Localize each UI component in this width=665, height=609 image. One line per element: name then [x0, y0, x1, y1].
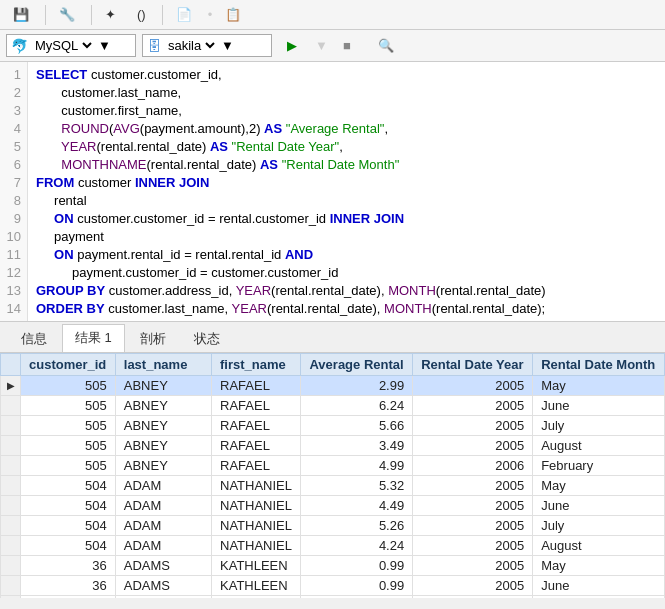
save-button[interactable]: 💾 — [6, 4, 39, 25]
cell-last-name: ABNEY — [115, 436, 211, 456]
cell-customer-id: 36 — [21, 556, 116, 576]
cell-avg-rental: 5.26 — [301, 516, 413, 536]
cell-last-name: ABNEY — [115, 376, 211, 396]
cell-customer-id: 505 — [21, 416, 116, 436]
cell-rental-month: June — [533, 396, 665, 416]
table-row[interactable]: 505ABNEYRAFAEL6.242005June — [1, 396, 665, 416]
table-row[interactable]: 36ADAMSKATHLEEN3.142005July — [1, 596, 665, 599]
cell-first-name: NATHANIEL — [212, 516, 301, 536]
table-row[interactable]: 505ABNEYRAFAEL3.492005August — [1, 436, 665, 456]
table-body: ▶505ABNEYRAFAEL2.992005May505ABNEYRAFAEL… — [1, 376, 665, 599]
table-header: customer_idlast_namefirst_nameAverage Re… — [1, 354, 665, 376]
table-row[interactable]: 504ADAMNATHANIEL4.492005June — [1, 496, 665, 516]
table-row[interactable]: 504ADAMNATHANIEL5.262005July — [1, 516, 665, 536]
cell-customer-id: 504 — [21, 516, 116, 536]
code-line: rental — [36, 192, 657, 210]
code-snippet-button[interactable]: () — [130, 4, 156, 25]
result-tabs: 信息结果 1剖析状态 — [0, 322, 665, 353]
db-type-select[interactable]: MySQL — [31, 37, 95, 54]
cell-first-name: KATHLEEN — [212, 576, 301, 596]
code-line: customer.first_name, — [36, 102, 657, 120]
separator-3 — [162, 5, 163, 25]
cell-first-name: RAFAEL — [212, 456, 301, 476]
cell-avg-rental: 6.24 — [301, 396, 413, 416]
cell-rental-year: 2005 — [413, 496, 533, 516]
cell-rental-month: June — [533, 576, 665, 596]
query-builder-button[interactable]: 🔧 — [52, 4, 85, 25]
cell-rental-month: July — [533, 416, 665, 436]
cell-avg-rental: 5.66 — [301, 416, 413, 436]
table-row[interactable]: 504ADAMNATHANIEL4.242005August — [1, 536, 665, 556]
cell-first-name: RAFAEL — [212, 436, 301, 456]
cell-last-name: ABNEY — [115, 456, 211, 476]
table-row[interactable]: ▶505ABNEYRAFAEL2.992005May — [1, 376, 665, 396]
db-name-selector[interactable]: 🗄 sakila ▼ — [142, 34, 272, 57]
run-button[interactable]: ▶ — [278, 35, 309, 56]
tab-信息[interactable]: 信息 — [8, 325, 60, 352]
cell-avg-rental: 5.32 — [301, 476, 413, 496]
stop-button[interactable]: ■ — [334, 35, 363, 56]
table-row[interactable]: 505ABNEYRAFAEL5.662005July — [1, 416, 665, 436]
cell-first-name: NATHANIEL — [212, 496, 301, 516]
row-arrow — [1, 596, 21, 599]
code-line: YEAR(rental.rental_date) AS "Rental Date… — [36, 138, 657, 156]
cell-first-name: RAFAEL — [212, 416, 301, 436]
line-number: 12 — [0, 264, 27, 282]
row-arrow — [1, 416, 21, 436]
code-line: GROUP BY customer.address_id, YEAR(renta… — [36, 282, 657, 300]
text-button[interactable]: 📄 — [169, 4, 202, 25]
line-number: 7 — [0, 174, 27, 192]
cell-rental-year: 2005 — [413, 376, 533, 396]
table-row[interactable]: 504ADAMNATHANIEL5.322005May — [1, 476, 665, 496]
code-line: MONTHNAME(rental.rental_date) AS "Rental… — [36, 156, 657, 174]
column-header-average-rental: Average Rental — [301, 354, 413, 376]
column-header-first_name: first_name — [212, 354, 301, 376]
cell-rental-year: 2005 — [413, 536, 533, 556]
cell-last-name: ADAM — [115, 496, 211, 516]
cell-customer-id: 505 — [21, 376, 116, 396]
cell-avg-rental: 2.99 — [301, 376, 413, 396]
table-row[interactable]: 36ADAMSKATHLEEN0.992005May — [1, 556, 665, 576]
row-arrow — [1, 576, 21, 596]
code-icon: () — [137, 7, 146, 22]
cell-rental-year: 2006 — [413, 456, 533, 476]
result-table: customer_idlast_namefirst_nameAverage Re… — [0, 353, 665, 598]
cell-rental-year: 2005 — [413, 556, 533, 576]
stop-icon: ■ — [343, 38, 351, 53]
db-name-select[interactable]: sakila — [164, 37, 218, 54]
code-lines[interactable]: SELECT customer.customer_id, customer.la… — [28, 62, 665, 321]
row-arrow — [1, 516, 21, 536]
cell-avg-rental: 3.14 — [301, 596, 413, 599]
tab-剖析[interactable]: 剖析 — [127, 325, 179, 352]
tab-状态[interactable]: 状态 — [181, 325, 233, 352]
code-line: payment — [36, 228, 657, 246]
cell-rental-year: 2005 — [413, 476, 533, 496]
cell-first-name: RAFAEL — [212, 396, 301, 416]
column-header-last_name: last_name — [115, 354, 211, 376]
connection-bar: 🐬 MySQL ▼ 🗄 sakila ▼ ▶ ▼ ■ 🔍 — [0, 30, 665, 62]
tab-结果1[interactable]: 结果 1 — [62, 324, 125, 352]
tab-label: 剖析 — [140, 331, 166, 346]
tab-label: 结果 1 — [75, 330, 112, 345]
table-row[interactable]: 36ADAMSKATHLEEN0.992005June — [1, 576, 665, 596]
line-number: 4 — [0, 120, 27, 138]
db-type-selector[interactable]: 🐬 MySQL ▼ — [6, 34, 136, 57]
db-icon: 🗄 — [147, 38, 161, 54]
export-button[interactable]: 📋 — [218, 4, 251, 25]
beautify-button[interactable]: ✦ — [98, 4, 126, 25]
cell-avg-rental: 3.49 — [301, 436, 413, 456]
column-header-rental-date-year: Rental Date Year — [413, 354, 533, 376]
code-editor[interactable]: 1234567891011121314 SELECT customer.cust… — [0, 62, 665, 322]
explain-button[interactable]: 🔍 — [369, 35, 406, 56]
code-line: ON customer.customer_id = rental.custome… — [36, 210, 657, 228]
row-arrow — [1, 536, 21, 556]
result-area[interactable]: customer_idlast_namefirst_nameAverage Re… — [0, 353, 665, 598]
cell-last-name: ADAMS — [115, 556, 211, 576]
cell-rental-month: February — [533, 456, 665, 476]
cell-customer-id: 505 — [21, 396, 116, 416]
cell-first-name: RAFAEL — [212, 376, 301, 396]
table-row[interactable]: 505ABNEYRAFAEL4.992006February — [1, 456, 665, 476]
cell-avg-rental: 0.99 — [301, 556, 413, 576]
cell-rental-month: August — [533, 536, 665, 556]
cell-last-name: ABNEY — [115, 396, 211, 416]
